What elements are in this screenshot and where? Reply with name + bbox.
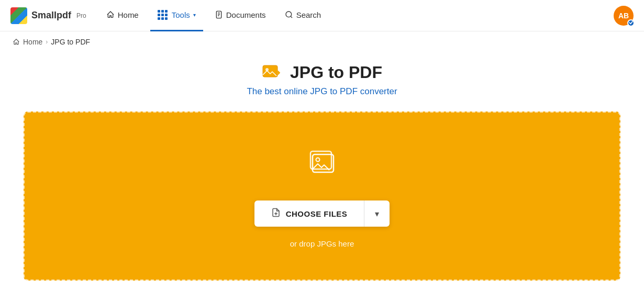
drop-zone[interactable]: CHOOSE FILES ▾ or drop JPGs here (24, 112, 620, 281)
page-title-row: JPG to PDF (262, 63, 382, 82)
documents-icon (215, 10, 223, 19)
jpg-to-pdf-icon (262, 63, 283, 82)
breadcrumb-current: JPG to PDF (51, 38, 90, 46)
choose-files-row: CHOOSE FILES ▾ (254, 200, 390, 227)
home-icon (106, 10, 115, 19)
page-title: JPG to PDF (290, 63, 382, 82)
search-icon (285, 10, 293, 19)
choose-files-dropdown-button[interactable]: ▾ (364, 200, 390, 227)
upload-illustration (301, 144, 343, 188)
brand-pro: Pro (76, 12, 86, 19)
chevron-down-icon: ▾ (193, 12, 196, 18)
dropdown-chevron-icon: ▾ (375, 209, 379, 219)
avatar-initials: AB (618, 12, 629, 20)
main-nav: Smallpdf Pro Home Tools ▾ Documents Sear… (0, 0, 644, 31)
home-small-icon (13, 38, 20, 46)
svg-point-1 (286, 12, 292, 17)
nav-documents[interactable]: Documents (207, 0, 273, 31)
grid-icon (158, 10, 168, 20)
brand-name: Smallpdf (31, 10, 71, 21)
user-avatar[interactable]: AB (614, 6, 634, 26)
page-subtitle: The best online JPG to PDF converter (247, 86, 397, 97)
avatar-badge (627, 19, 635, 27)
file-plus-icon (271, 208, 281, 220)
nav-tools-label: Tools (172, 10, 190, 19)
svg-point-6 (316, 158, 320, 162)
logo[interactable]: Smallpdf Pro (10, 7, 86, 24)
nav-tools[interactable]: Tools ▾ (150, 0, 203, 31)
nav-search[interactable]: Search (277, 0, 329, 31)
breadcrumb-home[interactable]: Home (23, 38, 42, 46)
breadcrumb-separator: › (46, 38, 48, 46)
choose-files-label: CHOOSE FILES (286, 209, 348, 218)
breadcrumb: Home › JPG to PDF (0, 31, 644, 52)
main-content: JPG to PDF The best online JPG to PDF co… (0, 52, 644, 281)
nav-documents-label: Documents (226, 10, 266, 19)
nav-home-label: Home (118, 10, 139, 19)
drop-hint: or drop JPGs here (290, 239, 354, 248)
nav-search-label: Search (296, 10, 321, 19)
nav-home[interactable]: Home (99, 0, 146, 31)
choose-files-button[interactable]: CHOOSE FILES (254, 200, 365, 227)
logo-icon (10, 7, 27, 24)
